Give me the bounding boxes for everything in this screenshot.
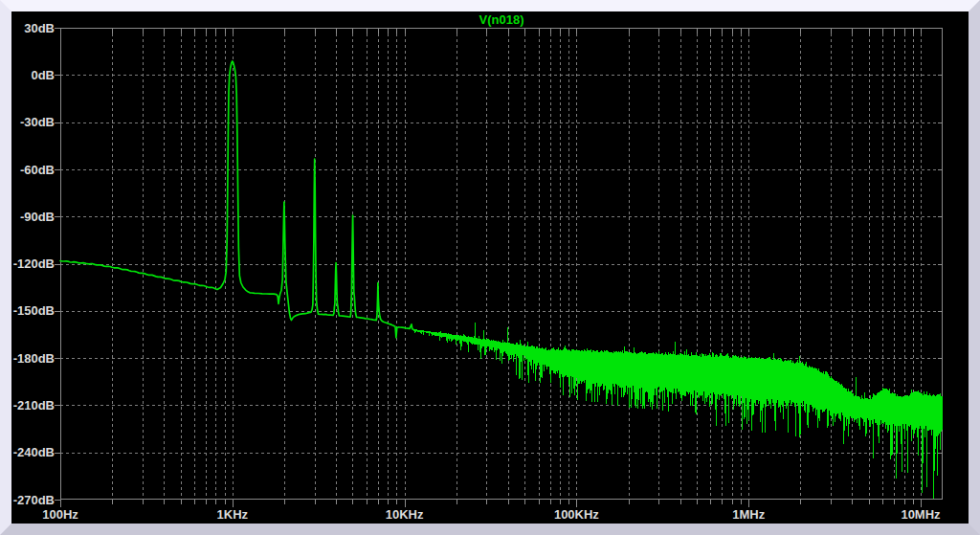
svg-text:-240dB: -240dB xyxy=(13,445,55,459)
svg-text:0dB: 0dB xyxy=(31,68,55,82)
svg-text:1KHz: 1KHz xyxy=(217,507,249,522)
svg-text:100Hz: 100Hz xyxy=(42,507,78,522)
svg-text:-150dB: -150dB xyxy=(13,303,55,318)
svg-text:-120dB: -120dB xyxy=(13,256,55,271)
svg-text:-210dB: -210dB xyxy=(13,398,55,412)
svg-text:30dB: 30dB xyxy=(24,21,55,35)
svg-text:-270dB: -270dB xyxy=(13,493,55,507)
svg-text:-60dB: -60dB xyxy=(20,163,55,177)
svg-text:V(n018): V(n018) xyxy=(479,12,524,27)
svg-text:-90dB: -90dB xyxy=(20,210,55,224)
svg-text:100KHz: 100KHz xyxy=(554,507,599,522)
svg-text:10KHz: 10KHz xyxy=(386,507,424,522)
svg-text:-30dB: -30dB xyxy=(20,115,55,129)
svg-text:10MHz: 10MHz xyxy=(901,507,941,522)
svg-text:1MHz: 1MHz xyxy=(732,507,765,522)
svg-text:-180dB: -180dB xyxy=(13,351,55,366)
